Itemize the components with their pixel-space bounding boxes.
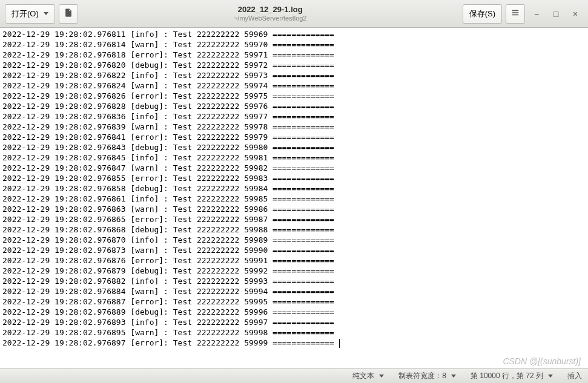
open-button[interactable]: 打开(O) <box>5 4 55 24</box>
hamburger-menu-button[interactable] <box>506 4 525 24</box>
header-toolbar: 打开(O) 2022_12_29-1.log ~/myWebServer/tes… <box>0 0 588 28</box>
close-icon: × <box>573 9 578 19</box>
minimize-icon: − <box>534 9 539 19</box>
title-block: 2022_12_29-1.log ~/myWebServer/testlog2 <box>82 5 459 22</box>
watermark: CSDN @[(sunburst)] <box>503 356 581 366</box>
syntax-selector[interactable]: 纯文本 <box>352 371 384 381</box>
window-maximize-button[interactable]: □ <box>548 6 564 22</box>
save-label: 保存(S) <box>469 8 495 19</box>
new-document-button[interactable] <box>59 4 78 24</box>
save-button[interactable]: 保存(S) <box>463 4 502 24</box>
maximize-icon: □ <box>553 9 558 19</box>
text-editor[interactable]: 2022-12-29 19:28:02.976811 [info] : Test… <box>0 28 588 368</box>
insert-mode[interactable]: 插入 <box>567 371 582 381</box>
document-path: ~/myWebServer/testlog2 <box>82 15 459 22</box>
document-title: 2022_12_29-1.log <box>82 5 459 15</box>
tab-width-label: 制表符宽度：8 <box>398 371 446 381</box>
insert-mode-label: 插入 <box>567 371 582 381</box>
status-bar: 纯文本 制表符宽度：8 第 10000 行，第 72 列 插入 <box>0 368 588 383</box>
open-label: 打开(O) <box>12 8 39 19</box>
editor-content[interactable]: 2022-12-29 19:28:02.976811 [info] : Test… <box>0 28 588 349</box>
cursor-position-label: 第 10000 行，第 72 列 <box>471 371 543 381</box>
syntax-label: 纯文本 <box>352 371 374 381</box>
hamburger-icon <box>511 8 520 19</box>
window-minimize-button[interactable]: − <box>529 6 544 22</box>
cursor-position[interactable]: 第 10000 行，第 72 列 <box>471 371 553 381</box>
document-icon <box>64 8 73 19</box>
tab-width-selector[interactable]: 制表符宽度：8 <box>398 371 456 381</box>
window-close-button[interactable]: × <box>567 6 583 22</box>
